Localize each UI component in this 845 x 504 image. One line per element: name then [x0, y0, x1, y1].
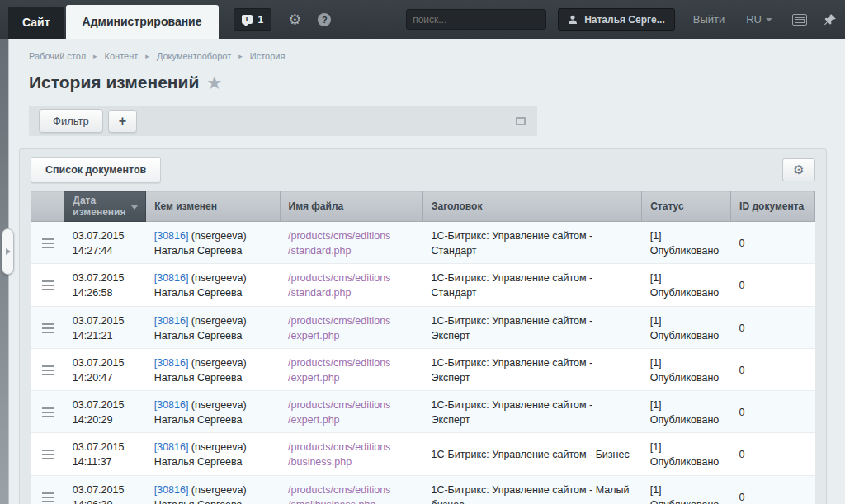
column-header-editor[interactable]: Кем изменен [146, 191, 280, 222]
row-menu-icon[interactable] [42, 280, 54, 290]
tab-admin[interactable]: Администрирование [66, 5, 219, 39]
file-link[interactable]: /products/cms/editions /business.php [288, 440, 414, 469]
editor-name: Наталья Сергеева [154, 245, 243, 257]
grid-toolbar: Список документов ⚙ [31, 157, 815, 183]
search-input[interactable] [413, 14, 541, 26]
cell-doc-id: 0 [731, 264, 815, 306]
breadcrumb-item-desktop[interactable]: Рабочий стол [29, 51, 86, 61]
cell-doc-id: 0 [731, 348, 815, 390]
cell-row-menu [31, 222, 64, 264]
cell-doc-id: 0 [731, 306, 815, 348]
cell-title: 1С-Битрикс: Управление сайтом - Стандарт [422, 222, 641, 264]
file-link[interactable]: /products/cms/editions /standard.php [288, 228, 414, 258]
cell-row-menu [31, 348, 64, 390]
file-link[interactable]: /products/cms/editions /expert.php [288, 398, 414, 427]
breadcrumb-item-content[interactable]: Контент [105, 51, 139, 61]
column-header-status[interactable]: Статус [642, 191, 731, 222]
cell-filename: /products/cms/editions /expert.php [280, 348, 422, 390]
column-header-date[interactable]: Дата изменения [64, 191, 146, 222]
cell-title: 1С-Битрикс: Управление сайтом - Малый би… [422, 475, 641, 504]
change-time: 14:20:47 [73, 372, 113, 384]
editor-name: Наталья Сергеева [154, 456, 243, 468]
row-menu-icon[interactable] [42, 238, 54, 248]
cell-editor: [30816] (nsergeeva) Наталья Сергеева [146, 264, 280, 306]
add-filter-button[interactable]: + [108, 110, 137, 133]
language-selector[interactable]: RU [746, 13, 772, 26]
help-icon[interactable]: ? [318, 13, 331, 26]
logout-link[interactable]: Выйти [693, 13, 725, 26]
change-date: 03.07.2015 [73, 230, 125, 242]
cell-row-menu [31, 391, 64, 433]
settings-gear-icon[interactable]: ⚙ [288, 12, 301, 27]
favorite-star-icon[interactable]: ★ [207, 73, 221, 92]
cell-date: 03.07.2015 14:06:30 [64, 475, 146, 504]
change-time: 14:21:21 [73, 330, 113, 341]
pin-icon[interactable] [824, 13, 837, 26]
cell-editor: [30816] (nsergeeva) Наталья Сергеева [146, 433, 280, 475]
user-menu-button[interactable]: Наталья Серге... [558, 8, 675, 31]
cell-row-menu [31, 306, 64, 348]
filter-minimize-icon[interactable] [516, 117, 526, 125]
editor-name: Наталья Сергеева [154, 414, 243, 426]
row-menu-icon[interactable] [42, 407, 54, 417]
cell-doc-id: 0 [731, 475, 815, 504]
search-box [406, 9, 546, 30]
breadcrumb-separator-icon: ▸ [145, 52, 149, 60]
cell-title: 1С-Битрикс: Управление сайтом - Эксперт [422, 391, 641, 433]
editor-id-link[interactable]: [30816] [154, 399, 189, 411]
cell-status: [1] Опубликовано [642, 348, 731, 390]
notifications-button[interactable]: i 1 [234, 8, 272, 31]
editor-name: Наталья Сергеева [154, 372, 243, 384]
chevron-down-icon [766, 18, 772, 21]
table-row: 03.07.2015 14:11:37 [30816] (nsergeeva) … [31, 433, 815, 475]
editor-id-link[interactable]: [30816] [154, 441, 189, 453]
change-date: 03.07.2015 [73, 441, 125, 453]
language-label: RU [746, 13, 762, 26]
row-menu-icon[interactable] [42, 492, 54, 502]
cell-filename: /products/cms/editions /smallbusiness.ph… [280, 475, 422, 504]
editor-id-link[interactable]: [30816] [154, 484, 189, 496]
change-date: 03.07.2015 [73, 315, 125, 327]
documents-grid-panel: Список документов ⚙ Дата изменения Кем и… [19, 148, 827, 504]
cell-date: 03.07.2015 14:20:29 [64, 391, 146, 433]
row-menu-icon[interactable] [42, 365, 54, 375]
table-row: 03.07.2015 14:20:47 [30816] (nsergeeva) … [31, 348, 815, 390]
tab-site[interactable]: Сайт [8, 7, 64, 39]
editor-id-link[interactable]: [30816] [154, 230, 189, 242]
page-title: История изменений ★ [29, 73, 828, 92]
tab-document-list[interactable]: Список документов [31, 157, 161, 183]
breadcrumb-item-workflow[interactable]: Документооборот [157, 51, 231, 61]
cell-filename: /products/cms/editions /expert.php [280, 306, 422, 348]
row-menu-icon[interactable] [42, 323, 54, 333]
cell-row-menu [31, 264, 64, 306]
column-header-filename[interactable]: Имя файла [280, 191, 422, 222]
top-bar: Сайт Администрирование i 1 ⚙ ? Наталья С… [0, 0, 845, 39]
editor-id-link[interactable]: [30816] [154, 272, 189, 284]
editor-id-link[interactable]: [30816] [154, 357, 189, 369]
filter-button[interactable]: Фильтр [39, 109, 103, 133]
editor-id-link[interactable]: [30816] [154, 315, 189, 327]
change-date: 03.07.2015 [73, 272, 125, 284]
cell-title: 1С-Битрикс: Управление сайтом - Эксперт [422, 306, 641, 348]
table-row: 03.07.2015 14:26:58 [30816] (nsergeeva) … [31, 264, 815, 306]
editor-name: Наталья Сергеева [154, 499, 243, 504]
hotkeys-panel-icon[interactable] [792, 14, 807, 26]
file-link[interactable]: /products/cms/editions /expert.php [288, 356, 414, 385]
file-link[interactable]: /products/cms/editions /standard.php [288, 271, 414, 300]
cell-filename: /products/cms/editions /standard.php [280, 222, 422, 264]
cell-title: 1С-Битрикс: Управление сайтом - Эксперт [422, 348, 641, 390]
table-body: 03.07.2015 14:27:44 [30816] (nsergeeva) … [31, 222, 815, 504]
row-menu-icon[interactable] [42, 450, 54, 459]
user-icon [568, 15, 578, 25]
editor-name: Наталья Сергеева [154, 330, 243, 341]
cell-doc-id: 0 [731, 391, 815, 433]
file-link[interactable]: /products/cms/editions /smallbusiness.ph… [288, 483, 414, 504]
cell-status: [1] Опубликовано [642, 264, 731, 306]
notification-count: 1 [258, 14, 264, 26]
main-content: Рабочий стол ▸ Контент ▸ Документооборот… [9, 39, 845, 504]
file-link[interactable]: /products/cms/editions /expert.php [288, 313, 414, 343]
column-header-title[interactable]: Заголовок [422, 191, 641, 222]
change-time: 14:26:58 [73, 287, 113, 299]
grid-settings-button[interactable]: ⚙ [782, 158, 815, 181]
column-header-doc-id[interactable]: ID документа [731, 191, 815, 222]
